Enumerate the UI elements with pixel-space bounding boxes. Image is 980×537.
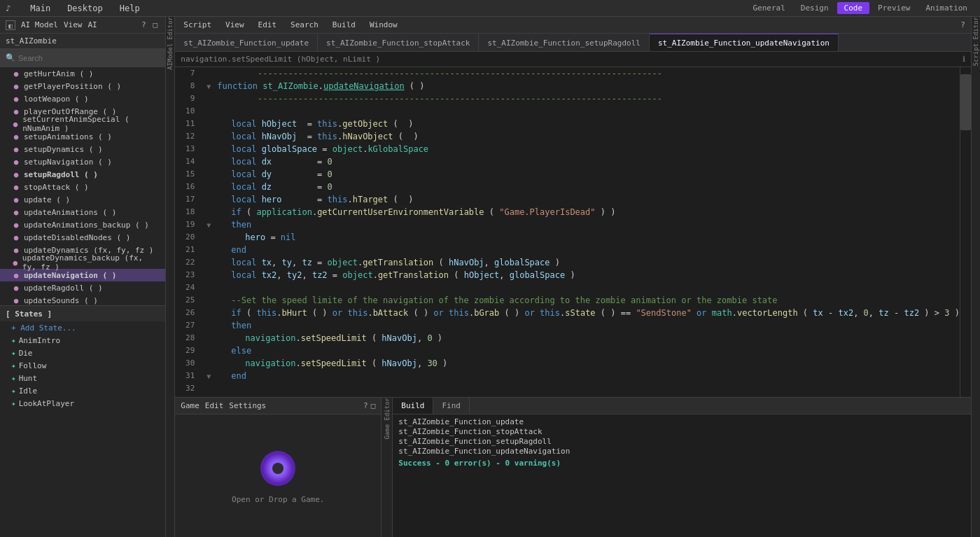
tab-update[interactable]: st_AIZombie_Function_update [175, 34, 318, 52]
tab-updatenavigation[interactable]: st_AIZombie_Function_updateNavigation [650, 34, 839, 52]
left-sidebar: ◧ AI Model View AI ? □ st_AIZombie 🔍 ● g… [0, 17, 166, 537]
script-editor-label: Script Editor [972, 17, 979, 71]
func-item-lootWeapon[interactable]: ● lootWeapon ( ) [0, 92, 165, 105]
scrollbar-thumb[interactable] [960, 74, 971, 130]
func-item-stopAttack[interactable]: ● stopAttack ( ) [0, 181, 165, 193]
game-editor-max-btn[interactable]: □ [371, 401, 376, 410]
code-line-18: if ( application.getCurrentUserEnvironme… [214, 206, 960, 218]
code-line-14: local dx = 0 [214, 155, 960, 168]
menu-help[interactable]: Help [117, 2, 143, 15]
collapse-btn-29[interactable]: ▼ [203, 370, 214, 382]
breadcrumb: navigation.setSpeedLimit (hObject, nLimi… [181, 55, 380, 64]
tab-setupragdoll[interactable]: st_AIZombie_Function_setupRagdoll [479, 34, 650, 52]
func-item-getPlayerPosition[interactable]: ● getPlayerPosition ( ) [0, 80, 165, 92]
script-help-btn[interactable]: ? [960, 20, 965, 29]
code-scrollbar[interactable] [960, 67, 971, 397]
add-state-item[interactable]: + Add State... [0, 321, 165, 334]
function-list: ● getHurtAnim ( ) ● getPlayerPosition ( … [0, 67, 165, 305]
settings-tab[interactable]: Settings [229, 401, 266, 410]
tab-preview[interactable]: Preview [871, 2, 917, 14]
script-output: Build Find st_AIZombie_Function_update s… [393, 398, 971, 537]
state-item-die[interactable]: ✦ Die [0, 347, 165, 359]
func-item-updateAnimations[interactable]: ● updateAnimations ( ) [0, 206, 165, 218]
collapse-btn-18[interactable]: ▼ [203, 218, 214, 231]
sidebar-tab-view[interactable]: View [64, 20, 83, 29]
code-line-9: ----------------------------------------… [214, 92, 960, 105]
func-item-setupDynamics[interactable]: ● setupDynamics ( ) [0, 143, 165, 155]
ai-model-search-bar[interactable]: 🔍 [0, 49, 165, 67]
output-tab-find[interactable]: Find [433, 398, 470, 414]
state-item-animintro[interactable]: ✦ AnimIntro [0, 334, 165, 347]
code-line-30: navigation.setSpeedLimit ( hNavObj, 30 ) [214, 357, 960, 370]
output-success-line: Success - 0 error(s) - 0 varning(s) [398, 459, 965, 468]
func-item-setCurrentAnimSpecial[interactable]: ● setCurrentAnimSpecial ( nNumAnim ) [0, 118, 165, 130]
func-item-update[interactable]: ● update ( ) [0, 193, 165, 206]
menu-desktop[interactable]: Desktop [64, 2, 106, 15]
sidebar-toggle-icon[interactable]: ◧ [6, 20, 15, 30]
code-line-16: local dz = 0 [214, 181, 960, 193]
sidebar-max-btn[interactable]: □ [151, 20, 160, 30]
script-editor-label-strip: Script Editor [971, 17, 980, 537]
tab-stopattack[interactable]: st_AIZombie_Function_stopAttack [318, 34, 479, 52]
func-item-getHurtAnim[interactable]: ● getHurtAnim ( ) [0, 67, 165, 80]
func-item-updateSounds[interactable]: ● updateSounds ( ) [0, 294, 165, 305]
game-editor-panel: Game Edit Settings ? □ Open or D [175, 398, 382, 537]
tab-general[interactable]: General [746, 2, 792, 14]
tab-code[interactable]: Code [837, 2, 870, 14]
func-item-updateRagdoll[interactable]: ● updateRagdoll ( ) [0, 281, 165, 294]
func-item-setupRagdoll[interactable]: ● setupRagdoll ( ) [0, 168, 165, 181]
code-line-22: local tx, ty, tz = object.getTranslation… [214, 256, 960, 269]
code-line-13: local globalSpace = object.kGlobalSpace [214, 143, 960, 155]
menu-build[interactable]: Build [330, 19, 358, 31]
func-item-setupNavigation[interactable]: ● setupNavigation ( ) [0, 155, 165, 168]
menu-window[interactable]: Window [367, 19, 400, 31]
menu-edit[interactable]: Edit [255, 19, 280, 31]
collapse-btn-8[interactable]: ▼ [203, 80, 214, 92]
tab-animation[interactable]: Animation [918, 2, 974, 14]
edit-tab[interactable]: Edit [205, 401, 224, 410]
func-bullet-icon: ● [11, 106, 21, 116]
game-editor-help-btn[interactable]: ? [363, 401, 368, 410]
menu-main[interactable]: Main [27, 2, 53, 15]
sidebar-help-btn[interactable]: ? [139, 20, 148, 30]
func-bullet-icon: ● [11, 195, 21, 204]
output-line-1: st_AIZombie_Function_update [398, 417, 965, 426]
func-item-updateDynamicsBackup[interactable]: ● updateDynamics_backup (fx, fy, fz ) [0, 256, 165, 269]
game-editor-top-bar: Game Edit Settings ? □ [175, 398, 381, 414]
func-bullet-icon: ● [11, 220, 21, 230]
func-bullet-icon: ● [11, 119, 20, 129]
script-top-bar: Script View Edit Search Build Window ? [175, 17, 971, 34]
tabs-bar: st_AIZombie_Function_update st_AIZombie_… [175, 34, 971, 52]
func-bullet-icon: ● [11, 245, 21, 255]
game-tab[interactable]: Game [181, 401, 200, 410]
func-bullet-icon: ● [11, 182, 21, 192]
code-line-25: --Set the speed limite of the navigation… [214, 294, 960, 307]
code-content[interactable]: ----------------------------------------… [214, 67, 960, 397]
states-header: [ States ] [0, 306, 165, 321]
func-item-updateDisabledNodes[interactable]: ● updateDisabledNodes ( ) [0, 231, 165, 244]
tab-design[interactable]: Design [794, 2, 836, 14]
main-layout: ◧ AI Model View AI ? □ st_AIZombie 🔍 ● g… [0, 17, 980, 537]
state-item-hunt[interactable]: ✦ Hunt [0, 372, 165, 384]
game-editor-body: Open or Drop a Game. [175, 414, 381, 537]
aimodel-editor-label: AIModel Editor [166, 17, 175, 537]
state-item-lookatplayer[interactable]: ✦ LookAtPlayer [0, 397, 165, 410]
func-bullet-icon: ● [11, 81, 21, 91]
menu-search[interactable]: Search [288, 19, 321, 31]
state-icon: ✦ [11, 399, 16, 408]
output-tab-build[interactable]: Build [393, 398, 433, 414]
menu-script[interactable]: Script [181, 19, 214, 31]
state-item-idle[interactable]: ✦ Idle [0, 384, 165, 397]
menu-view[interactable]: View [223, 19, 247, 31]
state-icon: ✦ [11, 361, 16, 370]
gear-body [260, 451, 295, 486]
top-menu-bar: ♪ Main Desktop Help General Design Code … [0, 0, 980, 17]
breadcrumb-bar: navigation.setSpeedLimit (hObject, nLimi… [175, 52, 971, 67]
sidebar-tab-aimodel[interactable]: AI Model [21, 20, 58, 29]
sidebar-tab-ai[interactable]: AI [88, 20, 97, 29]
search-input[interactable] [18, 54, 160, 62]
bottom-section: Game Edit Settings ? □ Open or D [175, 397, 971, 537]
code-line-26: if ( this.bHurt ( ) or this.bAttack ( ) … [214, 307, 960, 319]
state-item-follow[interactable]: ✦ Follow [0, 359, 165, 372]
func-item-updateAnimationsBackup[interactable]: ● updateAnimations_backup ( ) [0, 218, 165, 231]
